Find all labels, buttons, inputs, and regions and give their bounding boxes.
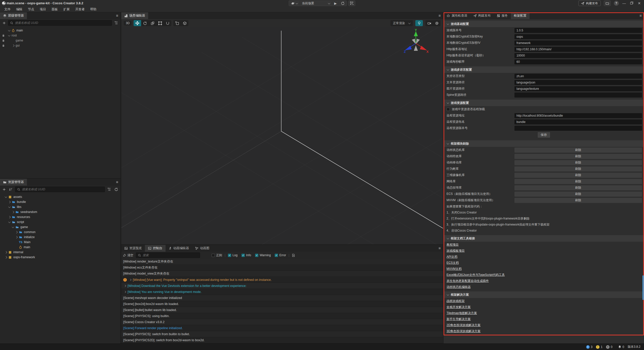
tab-动画编辑器[interactable]: 动画编辑器 [166, 245, 192, 252]
menu-item-文件[interactable]: 文件 [2, 7, 13, 12]
open-project-folder-button[interactable] [604, 1, 611, 6]
rotate-tool-button[interactable] [141, 20, 149, 26]
render-mode-dropdown[interactable]: 正常渲染 [390, 20, 413, 26]
menu-item-项目[interactable]: 项目 [37, 7, 49, 12]
chevron-right-icon[interactable] [12, 44, 15, 47]
play-button[interactable]: ▶ [332, 1, 339, 6]
doc-link-MVVM文档[interactable]: MVVM文档 [447, 266, 462, 272]
remove-module-button[interactable]: 剔除 [514, 148, 642, 153]
hierarchy-node-main[interactable]: main [0, 28, 120, 33]
field-input-支持语言类型[interactable]: zh,en [514, 74, 642, 79]
section-header-游戏多语言配置[interactable]: 游戏多语言配置 [444, 66, 644, 73]
field-input-游戏版本号[interactable]: 1.0.5 [514, 28, 642, 33]
reload-button[interactable] [339, 1, 347, 6]
doc-link-2D角色扮演游戏解决方案[interactable]: 2D角色扮演游戏解决方案 [447, 322, 480, 328]
menu-item-节点[interactable]: 节点 [25, 7, 37, 12]
asset-node-bundle[interactable]: bundle [0, 199, 120, 204]
gizmo-space-button[interactable] [181, 20, 188, 26]
section-header-游戏基础配置[interactable]: 游戏基础配置 [444, 21, 644, 27]
chevron-down-icon[interactable] [5, 195, 7, 198]
asset-node-Main[interactable]: TSMain [0, 240, 120, 245]
tab-assets[interactable]: 资源管理器 [0, 179, 27, 186]
close-button[interactable]: ✕ [637, 1, 641, 5]
assets-refresh-button[interactable] [113, 188, 119, 191]
asset-node-libs[interactable]: libs [0, 204, 120, 209]
field-input-Http服务器地址[interactable]: http://192.168.0.150/main/ [514, 47, 642, 52]
scene-settings-gear-button[interactable] [433, 20, 440, 26]
field-input-远程资源包名[interactable]: bundle [514, 119, 642, 124]
status-info[interactable]: i 3 [586, 345, 593, 349]
save-button[interactable]: 保存 [537, 132, 550, 138]
status-notifications[interactable]: 0 [618, 345, 624, 349]
filter-info-checkbox[interactable]: ✓Info [242, 253, 251, 257]
create-node-button[interactable] [2, 21, 7, 25]
asset-node-resources[interactable]: resources [0, 214, 120, 220]
asset-node-common[interactable]: common [0, 230, 120, 235]
filter-warning-checkbox[interactable]: ✓Warning [255, 253, 271, 257]
menu-item-帮助[interactable]: 帮助 [88, 7, 99, 12]
assets-filter-button[interactable] [106, 188, 112, 191]
asset-node-initialize[interactable]: initialize [0, 235, 120, 240]
doc-link-Tiledmap地图解决方案[interactable]: Tiledmap地图解决方案 [447, 310, 477, 316]
axis-gizmo[interactable]: Y Z X [402, 29, 430, 57]
scene-menu-button[interactable]: ≡ [438, 13, 441, 18]
assets-search[interactable] [15, 187, 105, 192]
menu-item-开发者[interactable]: 开发者 [72, 7, 88, 12]
tab-控制台[interactable]: 控制台 [145, 245, 166, 252]
field-input-图片资源路径[interactable]: language/texture [514, 86, 642, 91]
remove-module-button[interactable]: 剔除 [514, 160, 642, 165]
menu-item-扩展[interactable]: 扩展 [61, 7, 72, 12]
asset-node-internal[interactable]: internal [0, 250, 120, 255]
field-input-Spine资源路径[interactable] [514, 93, 642, 98]
section-header-框架解决方案[interactable]: 框架解决方案 [444, 291, 644, 298]
status-errors[interactable]: ✕ 0 [606, 345, 613, 349]
maximize-button[interactable] [629, 1, 634, 5]
chevron-right-icon[interactable] [124, 285, 126, 287]
tab-hierarchy[interactable]: 层级管理器 [0, 12, 27, 19]
hierarchy-search[interactable] [8, 20, 112, 26]
doc-link-API文档[interactable]: API文档 [447, 254, 457, 260]
chevron-right-icon[interactable] [124, 291, 126, 293]
remove-module-button[interactable]: 剔除 [514, 192, 642, 197]
hierarchy-search-input[interactable] [15, 21, 110, 25]
console-log-row[interactable]: ![Window] [Vue warn]: Property "onInput"… [121, 277, 443, 283]
filter-error-checkbox[interactable]: ✓Error [275, 253, 286, 257]
console-menu-button[interactable]: ≡ [438, 246, 441, 250]
asset-node-seedrandom[interactable]: seedrandom [0, 209, 120, 214]
chevron-right-icon[interactable] [15, 231, 18, 233]
console-log-row[interactable]: [Window] You are running Vue in developm… [121, 289, 443, 295]
assets-menu-button[interactable]: ≡ [116, 180, 118, 184]
tab-scene[interactable]: 场景编辑器 [121, 12, 148, 19]
console-log-row[interactable]: [Scene] Cocos Creator v3.8.2 [121, 319, 443, 325]
hierarchy-node-gui[interactable]: gui [0, 43, 120, 48]
toggle-3d-button[interactable]: 3D [124, 21, 132, 25]
field-input-文本资源路径[interactable]: language/json [514, 80, 642, 85]
doc-link-新手引导解决方案[interactable]: 新手引导解决方案 [447, 316, 471, 322]
console-log-row[interactable]: [Scene] [PHYSICS]: using builtin. [121, 313, 443, 319]
tab-动画图[interactable]: 动画图 [192, 245, 213, 252]
console-log-row[interactable]: [Scene] [box2d]:box2d wasm lib loaded. [121, 301, 443, 307]
console-search-input[interactable] [143, 253, 198, 257]
snap-settings-button[interactable] [173, 20, 181, 26]
console-log-row[interactable]: [Window] render_texture文件夹存在 [121, 259, 443, 265]
hierarchy-node-root[interactable]: root [0, 33, 120, 38]
lighting-toggle-button[interactable] [415, 20, 423, 26]
checkbox-unchecked-icon[interactable] [447, 108, 450, 111]
console-log-row[interactable]: [Scene] [PHYSICS]: switch from builtin t… [121, 331, 443, 337]
scene-select-dropdown[interactable]: 当前场景 [300, 1, 332, 6]
tab-框架配置[interactable]: 框架配置 [511, 12, 530, 19]
doc-link-游戏模板项目[interactable]: 游戏模板项目 [447, 248, 465, 254]
doc-link-动画状态机编辑器[interactable]: 动画状态机编辑器 [447, 284, 471, 290]
hierarchy-filter-button[interactable] [113, 21, 119, 25]
assets-sort-button[interactable] [8, 188, 14, 191]
doc-link-教程项目[interactable]: 教程项目 [447, 242, 459, 248]
create-asset-button[interactable] [2, 188, 7, 191]
doc-link-3D角色扮演游戏解决方案[interactable]: 3D角色扮演游戏解决方案 [447, 328, 480, 334]
build-publish-button[interactable]: 构建发布 [578, 1, 601, 6]
doc-link-原生包热更新配置自动生成插件[interactable]: 原生包热更新配置自动生成插件 [447, 278, 489, 284]
chevron-down-icon[interactable] [8, 221, 11, 223]
console-log-row[interactable]: [Window] ecs文件夹存在 [121, 265, 443, 271]
field-input-Http服务器请求超时（毫秒）[interactable]: 10000 [514, 53, 642, 58]
section-header-游戏资源配置[interactable]: 游戏资源配置 [444, 100, 644, 106]
status-warnings[interactable]: ! 1 [596, 345, 602, 349]
